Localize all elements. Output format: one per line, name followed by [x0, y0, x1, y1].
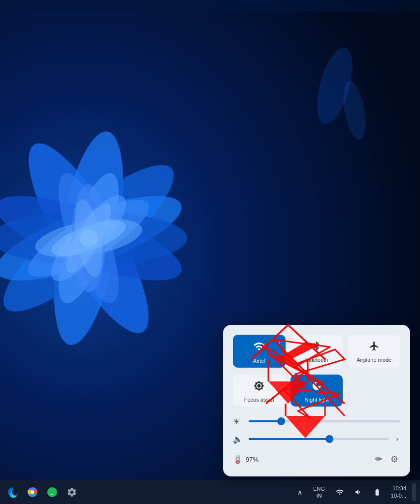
- settings-button[interactable]: ⚙: [388, 452, 400, 467]
- night-light-icon: [311, 380, 322, 394]
- wifi-arrow: ›: [279, 340, 280, 345]
- taskbar-clock[interactable]: 10:34 10-0...: [388, 484, 409, 501]
- airplane-toggle[interactable]: Airplane mode: [348, 335, 400, 368]
- qs-bottom-bar: 🪫 97% ✏ ⚙: [233, 452, 400, 467]
- battery-info: 🪫 97%: [233, 455, 258, 464]
- volume-arrow[interactable]: ›: [394, 433, 400, 445]
- chevron-icon: ∧: [297, 488, 302, 496]
- airplane-icon: [369, 341, 380, 354]
- time-display: 10:34: [391, 485, 406, 492]
- focus-icon: [254, 380, 264, 394]
- lang-label: ENG: [313, 485, 325, 492]
- taskbar-language[interactable]: ENG IN: [309, 483, 329, 502]
- edit-button[interactable]: ✏: [373, 452, 385, 467]
- taskbar-chrome-icon[interactable]: [24, 483, 41, 501]
- wifi-tray-icon: [336, 488, 344, 496]
- brightness-icon: ☀: [233, 417, 244, 426]
- night-light-label: Night light: [305, 397, 329, 403]
- taskbar-spotify-icon[interactable]: [43, 483, 61, 501]
- taskbar-chevron[interactable]: ∧: [293, 486, 306, 498]
- volume-slider-wrapper: [249, 434, 389, 444]
- taskbar-battery[interactable]: [369, 486, 385, 498]
- taskbar-settings-icon[interactable]: [63, 483, 81, 501]
- wifi-icon: [253, 341, 265, 355]
- taskbar-edge-icon[interactable]: [4, 483, 22, 501]
- locale-label: IN: [313, 492, 325, 499]
- night-light-toggle[interactable]: Night light: [291, 375, 343, 407]
- toggle-row-1: › Airtel Bluetooth: [233, 335, 400, 368]
- svg-point-33: [47, 487, 57, 497]
- volume-icon: 🔈: [233, 435, 244, 444]
- wifi-label: Airtel: [253, 358, 265, 364]
- desktop: › Airtel Bluetooth: [0, 0, 420, 504]
- bluetooth-toggle[interactable]: Bluetooth: [291, 335, 343, 368]
- battery-tray-icon: [373, 488, 381, 496]
- taskbar-left: [4, 483, 81, 501]
- taskbar: ∧ ENG IN: [0, 480, 420, 504]
- show-desktop-button[interactable]: [412, 483, 416, 501]
- svg-point-32: [31, 491, 34, 494]
- battery-icon: 🪫: [233, 455, 243, 464]
- bluetooth-label: Bluetooth: [305, 357, 328, 363]
- battery-percent: 97%: [246, 456, 258, 463]
- volume-row: 🔈 ›: [233, 433, 400, 445]
- focus-label: Focus assist: [244, 397, 274, 403]
- wifi-toggle[interactable]: › Airtel: [233, 335, 286, 368]
- taskbar-wifi[interactable]: [332, 486, 348, 498]
- brightness-slider[interactable]: [249, 420, 400, 422]
- date-display: 10-0...: [391, 492, 406, 500]
- airplane-label: Airplane mode: [356, 357, 391, 363]
- focus-assist-toggle[interactable]: Focus assist: [233, 375, 286, 407]
- quick-settings-panel: › Airtel Bluetooth: [223, 325, 410, 476]
- brightness-row: ☀: [233, 416, 400, 426]
- svg-point-16: [80, 229, 97, 247]
- volume-tray-icon: [355, 488, 362, 496]
- brightness-slider-wrapper: [249, 416, 400, 426]
- bluetooth-icon: [311, 341, 322, 354]
- taskbar-right: ∧ ENG IN: [293, 483, 416, 502]
- volume-slider[interactable]: [249, 438, 389, 440]
- qs-action-buttons: ✏ ⚙: [373, 452, 400, 467]
- taskbar-volume[interactable]: [351, 486, 366, 498]
- toggle-row-2: Focus assist Night light: [233, 375, 400, 407]
